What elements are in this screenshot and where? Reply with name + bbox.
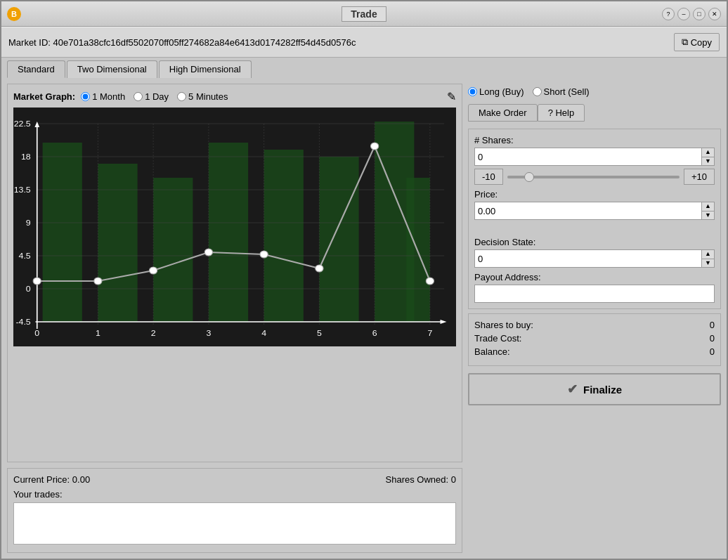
decision-state-box: Decision State: ▲ ▼ <box>474 237 715 268</box>
right-panel: Long (Buy) Short (Sell) Make Order ? Hel… <box>468 84 721 553</box>
trade-cost-value: 0 <box>710 333 715 344</box>
payout-address-input[interactable] <box>474 285 715 303</box>
tab-two-dimensional[interactable]: Two Dimensional <box>67 60 157 78</box>
checkmark-icon: ✔ <box>567 382 578 397</box>
order-tabs: Make Order ? Help <box>468 104 721 122</box>
main-content: Market Graph: 1 Month 1 Day 5 Minutes <box>1 78 727 559</box>
price-label: Price: <box>474 189 715 200</box>
svg-text:5: 5 <box>317 329 322 337</box>
svg-rect-4 <box>209 143 248 322</box>
order-type-row: Long (Buy) Short (Sell) <box>468 84 721 100</box>
shares-up-btn[interactable]: ▲ <box>702 148 714 157</box>
svg-point-48 <box>316 265 323 272</box>
trade-cost-row: Trade Cost: 0 <box>474 333 715 344</box>
svg-text:13.5: 13.5 <box>14 185 32 194</box>
price-spinbox: ▲ ▼ <box>474 202 715 220</box>
short-sell-radio[interactable] <box>533 87 542 96</box>
radio-1month-label: 1 Month <box>92 91 125 102</box>
radio-1day-label: 1 Day <box>145 91 169 102</box>
summary-box: Shares to buy: 0 Trade Cost: 0 Balance: … <box>468 313 721 366</box>
short-sell-label: Short (Sell) <box>544 86 590 97</box>
price-down-btn[interactable]: ▼ <box>702 211 714 220</box>
svg-rect-1 <box>43 143 82 322</box>
short-sell-option[interactable]: Short (Sell) <box>533 86 590 97</box>
plus-10-btn[interactable]: +10 <box>684 169 715 185</box>
copy-icon: ⧉ <box>682 37 688 48</box>
shares-owned-value: 0 <box>451 474 456 485</box>
chart-edit-icon[interactable]: ✎ <box>447 90 456 103</box>
price-spinbox-btns: ▲ ▼ <box>701 202 714 219</box>
current-price-value: 0.00 <box>72 474 90 485</box>
svg-text:9: 9 <box>26 219 31 227</box>
svg-text:4.5: 4.5 <box>19 252 32 260</box>
shares-to-buy-value: 0 <box>710 320 715 330</box>
trades-textarea[interactable] <box>13 502 456 545</box>
help-btn[interactable]: ? <box>662 8 675 20</box>
shares-label: # Shares: <box>474 135 715 145</box>
chart-area: 22.5 18 13.5 9 4.5 0 -4.5 0 1 2 3 4 5 <box>13 108 456 346</box>
decision-state-input[interactable] <box>475 250 701 267</box>
shares-down-btn[interactable]: ▼ <box>702 157 714 166</box>
tab-high-dimensional[interactable]: High Dimensional <box>159 60 252 78</box>
svg-rect-5 <box>264 150 304 322</box>
shares-spinbox-btns: ▲ ▼ <box>701 148 714 165</box>
close-btn[interactable]: ✕ <box>708 8 721 20</box>
app-icon: B <box>7 7 21 21</box>
help-tab[interactable]: ? Help <box>538 104 585 122</box>
minus-10-btn[interactable]: -10 <box>474 169 503 185</box>
svg-rect-2 <box>98 164 137 322</box>
svg-text:-4.5: -4.5 <box>15 318 31 326</box>
svg-rect-6 <box>319 157 358 322</box>
shares-input[interactable] <box>475 148 701 165</box>
long-buy-option[interactable]: Long (Buy) <box>468 86 524 97</box>
main-window: B Trade ? – □ ✕ Market ID: 40e701a38cfc1… <box>0 0 728 560</box>
trade-cost-label: Trade Cost: <box>474 333 521 344</box>
long-buy-radio[interactable] <box>468 87 477 96</box>
svg-point-47 <box>260 251 268 258</box>
radio-1day[interactable]: 1 Day <box>134 91 169 102</box>
tab-standard[interactable]: Standard <box>7 60 65 78</box>
balance-row: Balance: 0 <box>474 346 715 357</box>
radio-5minutes[interactable]: 5 Minutes <box>177 91 228 102</box>
svg-point-44 <box>94 278 102 285</box>
your-trades-label: Your trades: <box>13 489 456 500</box>
window-title: Trade <box>342 6 386 22</box>
chart-svg: 22.5 18 13.5 9 4.5 0 -4.5 0 1 2 3 4 5 <box>13 108 456 346</box>
shares-slider[interactable] <box>507 176 680 178</box>
svg-text:4: 4 <box>261 329 266 337</box>
price-up-btn[interactable]: ▲ <box>702 202 714 211</box>
chart-header: Market Graph: 1 Month 1 Day 5 Minutes <box>13 90 456 103</box>
radio-5minutes-input[interactable] <box>177 92 186 101</box>
radio-1day-input[interactable] <box>134 92 143 101</box>
finalize-button[interactable]: ✔ Finalize <box>468 373 721 405</box>
shares-to-buy-row: Shares to buy: 0 <box>474 320 715 330</box>
order-form: # Shares: ▲ ▼ -10 +10 Price: <box>468 129 721 309</box>
radio-1month-input[interactable] <box>81 92 90 101</box>
price-input[interactable] <box>475 202 701 219</box>
payout-address-label: Payout Address: <box>474 272 715 282</box>
svg-point-46 <box>204 249 212 256</box>
decision-state-down-btn[interactable]: ▼ <box>702 259 714 268</box>
time-radio-group: 1 Month 1 Day 5 Minutes <box>81 91 228 102</box>
make-order-tab[interactable]: Make Order <box>468 104 538 122</box>
copy-button[interactable]: ⧉ Copy <box>674 33 720 51</box>
slider-thumb[interactable] <box>524 172 534 182</box>
market-graph-label: Market Graph: <box>13 91 75 102</box>
current-price-label: Current Price: 0.00 <box>13 474 90 485</box>
svg-point-49 <box>371 143 379 150</box>
shares-spinbox: ▲ ▼ <box>474 148 715 166</box>
shares-to-buy-label: Shares to buy: <box>474 320 533 330</box>
svg-rect-3 <box>153 178 193 322</box>
radio-1month[interactable]: 1 Month <box>81 91 125 102</box>
copy-label: Copy <box>691 37 712 48</box>
chart-container: Market Graph: 1 Month 1 Day 5 Minutes <box>7 84 462 462</box>
decision-state-up-btn[interactable]: ▲ <box>702 250 714 259</box>
price-shares-row: Current Price: 0.00 Shares Owned: 0 <box>13 474 456 485</box>
svg-text:7: 7 <box>427 329 432 337</box>
market-id-label: Market ID: 40e701a38cfc16df5502070ff05ff… <box>8 37 667 48</box>
minimize-btn[interactable]: – <box>677 8 690 20</box>
maximize-btn[interactable]: □ <box>693 8 706 20</box>
shares-slider-row: -10 +10 <box>474 169 715 185</box>
window-controls: ? – □ ✕ <box>662 8 721 20</box>
svg-text:3: 3 <box>206 329 211 337</box>
